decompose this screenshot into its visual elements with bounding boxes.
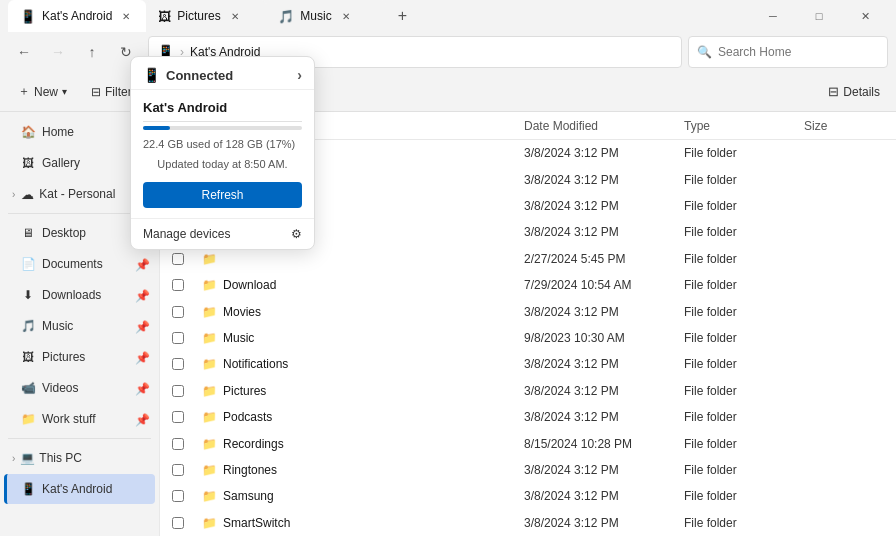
close-button[interactable]: ✕: [842, 0, 888, 32]
row-checkbox[interactable]: [172, 279, 202, 291]
sidebar-downloads-label: Downloads: [42, 288, 101, 302]
checkbox[interactable]: [172, 517, 184, 529]
popup-manage-devices[interactable]: Manage devices ⚙: [131, 218, 314, 249]
maximize-button[interactable]: □: [796, 0, 842, 32]
file-type-cell: File folder: [684, 437, 804, 451]
new-icon: ＋: [18, 83, 30, 100]
gallery-icon: 🖼: [20, 155, 36, 171]
table-row-recordings[interactable]: 📁Recordings 8/15/2024 10:28 PM File fold…: [160, 430, 896, 456]
pictures-icon: 🖼: [20, 349, 36, 365]
checkbox[interactable]: [172, 358, 184, 370]
popup-storage-text: 22.4 GB used of 128 GB (17%): [131, 134, 314, 154]
sidebar-kat-personal-label: Kat - Personal: [39, 187, 115, 201]
row-checkbox[interactable]: [172, 490, 202, 502]
sidebar-item-music[interactable]: 🎵 Music 📌: [4, 311, 155, 341]
table-row-download[interactable]: 📁Download 7/29/2024 10:54 AM File folder: [160, 272, 896, 298]
home-icon: 🏠: [20, 124, 36, 140]
popup-refresh-button[interactable]: Refresh: [143, 182, 302, 208]
sidebar-item-videos[interactable]: 📹 Videos 📌: [4, 373, 155, 403]
checkbox[interactable]: [172, 279, 184, 291]
file-date-cell: 2/27/2024 5:45 PM: [524, 252, 684, 266]
row-checkbox[interactable]: [172, 464, 202, 476]
sidebar-item-kats-android[interactable]: 📱 Kat's Android: [4, 474, 155, 504]
workstuff-icon: 📁: [20, 411, 36, 427]
new-button[interactable]: ＋ New ▾: [8, 77, 77, 107]
checkbox[interactable]: [172, 438, 184, 450]
table-row-podcasts[interactable]: 📁Podcasts 3/8/2024 3:12 PM File folder: [160, 404, 896, 430]
connected-icon: 📱: [143, 67, 160, 83]
file-date-cell: 3/8/2024 3:12 PM: [524, 199, 684, 213]
file-name-label: Samsung: [223, 489, 274, 503]
table-row-pictures[interactable]: 📁Pictures 3/8/2024 3:12 PM File folder: [160, 378, 896, 404]
row-checkbox[interactable]: [172, 306, 202, 318]
filter-label: Filter: [105, 85, 132, 99]
search-input[interactable]: [718, 45, 879, 59]
popup-chevron-icon: ›: [297, 67, 302, 83]
checkbox[interactable]: [172, 464, 184, 476]
file-date-cell: 3/8/2024 3:12 PM: [524, 489, 684, 503]
checkbox[interactable]: [172, 411, 184, 423]
table-row-samsung[interactable]: 📁Samsung 3/8/2024 3:12 PM File folder: [160, 483, 896, 509]
back-button[interactable]: ←: [8, 36, 40, 68]
tab-android-close[interactable]: ✕: [118, 8, 134, 24]
sidebar-home-label: Home: [42, 125, 74, 139]
table-row-ringtones[interactable]: 📁Ringtones 3/8/2024 3:12 PM File folder: [160, 457, 896, 483]
sidebar-item-workstuff[interactable]: 📁 Work stuff 📌: [4, 404, 155, 434]
group-chevron-icon: ›: [12, 189, 15, 200]
title-bar: 📱 Kat's Android ✕ 🖼 Pictures ✕ 🎵 Music ✕…: [0, 0, 896, 32]
table-row-smartswitch[interactable]: 📁SmartSwitch 3/8/2024 3:12 PM File folde…: [160, 510, 896, 536]
tab-pictures-close[interactable]: ✕: [227, 8, 243, 24]
folder-icon: 📁: [202, 463, 217, 477]
search-box[interactable]: 🔍: [688, 36, 888, 68]
col-size-header[interactable]: Size: [804, 119, 884, 133]
file-name-cell: 📁Movies: [202, 305, 524, 319]
folder-icon: 📁: [202, 357, 217, 371]
sidebar-item-pictures[interactable]: 🖼 Pictures 📌: [4, 342, 155, 372]
file-name-cell: 📁Pictures: [202, 384, 524, 398]
forward-button[interactable]: →: [42, 36, 74, 68]
file-type-cell: File folder: [684, 516, 804, 530]
checkbox[interactable]: [172, 385, 184, 397]
details-button[interactable]: ⊟ Details: [820, 80, 888, 103]
file-type-cell: File folder: [684, 146, 804, 160]
checkbox[interactable]: [172, 306, 184, 318]
popup-device-name: Kat's Android: [131, 90, 314, 117]
row-checkbox[interactable]: [172, 517, 202, 529]
table-row-notifications[interactable]: 📁Notifications 3/8/2024 3:12 PM File fol…: [160, 351, 896, 377]
file-type-cell: File folder: [684, 384, 804, 398]
row-checkbox[interactable]: [172, 332, 202, 344]
file-date-cell: 3/8/2024 3:12 PM: [524, 225, 684, 239]
new-tab-button[interactable]: +: [386, 0, 418, 32]
tab-music[interactable]: 🎵 Music ✕: [266, 0, 386, 32]
col-date-header[interactable]: Date Modified: [524, 119, 684, 133]
checkbox[interactable]: [172, 332, 184, 344]
minimize-button[interactable]: ─: [750, 0, 796, 32]
file-name-cell: 📁Music: [202, 331, 524, 345]
up-button[interactable]: ↑: [76, 36, 108, 68]
table-row-music[interactable]: 📁Music 9/8/2023 10:30 AM File folder: [160, 325, 896, 351]
sidebar-item-documents[interactable]: 📄 Documents 📌: [4, 249, 155, 279]
file-date-cell: 3/8/2024 3:12 PM: [524, 384, 684, 398]
row-checkbox[interactable]: [172, 438, 202, 450]
file-name-cell: 📁Ringtones: [202, 463, 524, 477]
row-checkbox[interactable]: [172, 358, 202, 370]
file-date-cell: 8/15/2024 10:28 PM: [524, 437, 684, 451]
tab-android[interactable]: 📱 Kat's Android ✕: [8, 0, 146, 32]
table-row-movies[interactable]: 📁Movies 3/8/2024 3:12 PM File folder: [160, 298, 896, 324]
folder-icon: 📁: [202, 252, 217, 266]
search-icon: 🔍: [697, 45, 712, 59]
sidebar-item-downloads[interactable]: ⬇ Downloads 📌: [4, 280, 155, 310]
tab-music-close[interactable]: ✕: [338, 8, 354, 24]
downloads-icon: ⬇: [20, 287, 36, 303]
folder-icon: 📁: [202, 305, 217, 319]
file-type-cell: File folder: [684, 252, 804, 266]
checkbox[interactable]: [172, 253, 184, 265]
row-checkbox[interactable]: [172, 385, 202, 397]
checkbox[interactable]: [172, 490, 184, 502]
row-checkbox[interactable]: [172, 253, 202, 265]
col-type-header[interactable]: Type: [684, 119, 804, 133]
row-checkbox[interactable]: [172, 411, 202, 423]
tab-pictures[interactable]: 🖼 Pictures ✕: [146, 0, 266, 32]
sidebar-item-thispc[interactable]: › 💻 This PC: [4, 443, 155, 473]
sidebar-gallery-label: Gallery: [42, 156, 80, 170]
